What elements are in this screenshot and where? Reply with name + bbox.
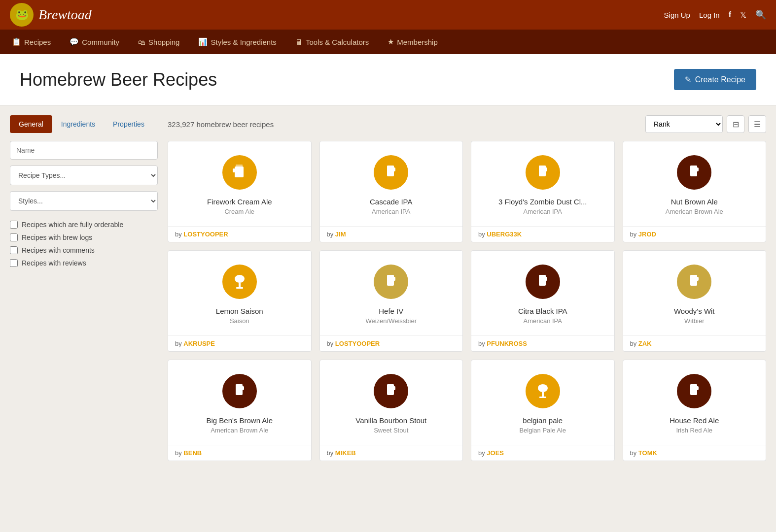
- name-input[interactable]: [10, 141, 158, 160]
- shopping-icon: 🛍: [138, 38, 145, 46]
- beer-icon: [677, 374, 711, 408]
- tab-properties[interactable]: Properties: [104, 115, 153, 133]
- nav-recipes[interactable]: 📋 Recipes: [10, 30, 53, 54]
- card-footer: by JIM: [320, 226, 463, 242]
- twitter-icon[interactable]: 𝕏: [740, 10, 746, 20]
- card-style: American Brown Ale: [630, 208, 759, 215]
- beer-icon: [222, 374, 257, 408]
- recipe-card[interactable]: 3 Floyd's Zombie Dust Cl... American IPA…: [471, 141, 615, 242]
- author-link[interactable]: AKRUSPE: [183, 340, 215, 347]
- card-name: Big Ben's Brown Ale: [175, 416, 304, 425]
- nav-styles[interactable]: 📊 Styles & Ingredients: [196, 30, 278, 54]
- card-name: House Red Ale: [630, 416, 759, 425]
- author-link[interactable]: ZAK: [638, 340, 652, 347]
- search-icon[interactable]: 🔍: [755, 9, 766, 20]
- recipe-card[interactable]: Firework Cream Ale Cream Ale by LOSTYOOP…: [168, 141, 312, 242]
- recipe-card[interactable]: Lemon Saison Saison by AKRUSPE: [168, 250, 312, 352]
- svg-rect-31: [542, 392, 544, 397]
- checkbox-comments-input[interactable]: [10, 246, 18, 254]
- card-body: Firework Cream Ale Cream Ale: [168, 198, 311, 226]
- svg-point-12: [235, 275, 245, 283]
- card-name: Vanilla Bourbon Stout: [327, 416, 456, 425]
- tab-general[interactable]: General: [10, 115, 52, 133]
- card-icon-area: [471, 141, 614, 198]
- nav-community[interactable]: 💬 Community: [68, 30, 121, 54]
- beer-icon: [526, 265, 560, 299]
- filter-icon-button[interactable]: ⊟: [727, 115, 744, 133]
- styles-select[interactable]: Styles...: [10, 191, 158, 211]
- beer-icon: [526, 155, 560, 190]
- author-link[interactable]: BENB: [183, 449, 202, 457]
- tab-ingredients[interactable]: Ingredients: [52, 115, 104, 133]
- facebook-icon[interactable]: f: [729, 10, 731, 19]
- nav-membership[interactable]: ★ Membership: [386, 30, 440, 54]
- svg-rect-11: [690, 166, 697, 168]
- author-link[interactable]: LOSTYOOPER: [335, 340, 380, 347]
- card-body: Vanilla Bourbon Stout Sweet Stout: [320, 416, 463, 445]
- recipe-card[interactable]: Nut Brown Ale American Brown Ale by JROD: [623, 141, 767, 242]
- svg-rect-2: [236, 165, 243, 167]
- author-link[interactable]: MIKEB: [335, 449, 356, 457]
- svg-rect-14: [236, 287, 243, 289]
- recipe-area: 323,927 homebrew beer recipes Rank Newes…: [168, 115, 766, 461]
- author-link[interactable]: TOMK: [638, 449, 657, 457]
- card-body: Woody's Wit Witbier: [623, 307, 766, 335]
- checkbox-reviews[interactable]: Recipes with reviews: [10, 259, 158, 267]
- recipe-types-select[interactable]: Recipe Types...: [10, 166, 158, 185]
- author-link[interactable]: JOES: [487, 449, 504, 457]
- checkbox-comments[interactable]: Recipes with comments: [10, 246, 158, 254]
- logo-text: Brewtoad: [38, 7, 92, 23]
- main-nav: 📋 Recipes 💬 Community 🛍 Shopping 📊 Style…: [0, 30, 776, 54]
- author-link[interactable]: JIM: [335, 231, 346, 238]
- tools-icon: 🖩: [295, 38, 303, 46]
- recipe-card[interactable]: Big Ben's Brown Ale American Brown Ale b…: [168, 360, 312, 461]
- author-link[interactable]: LOSTYOOPER: [183, 231, 228, 238]
- main-content: General Ingredients Properties Recipe Ty…: [0, 105, 776, 471]
- card-style: American IPA: [478, 317, 607, 325]
- checkbox-brewlogs[interactable]: Recipes with brew logs: [10, 233, 158, 241]
- svg-rect-29: [387, 384, 394, 387]
- beer-icon: [374, 155, 408, 190]
- sort-select[interactable]: Rank Newest Most Viewed Most Commented: [645, 115, 723, 133]
- card-footer: by PFUNKROSS: [471, 335, 614, 351]
- card-footer: by LOSTYOOPER: [320, 335, 463, 351]
- recipe-card[interactable]: belgian pale Belgian Pale Ale by JOES: [471, 360, 615, 461]
- recipe-card[interactable]: House Red Ale Irish Red Ale by TOMK: [623, 360, 767, 461]
- recipe-card[interactable]: Cascade IPA American IPA by JIM: [319, 141, 463, 242]
- nav-tools[interactable]: 🖩 Tools & Calculators: [293, 30, 371, 54]
- card-style: American IPA: [478, 208, 607, 215]
- checkbox-orderable[interactable]: Recipes which are fully orderable: [10, 221, 158, 229]
- checkbox-reviews-input[interactable]: [10, 259, 18, 267]
- card-footer: by BENB: [168, 445, 311, 461]
- create-recipe-button[interactable]: ✎ Create Recipe: [674, 69, 756, 90]
- card-icon-area: [623, 141, 766, 198]
- login-link[interactable]: Log In: [699, 11, 720, 19]
- create-icon: ✎: [685, 75, 691, 84]
- checkbox-orderable-input[interactable]: [10, 221, 18, 229]
- author-link[interactable]: PFUNKROSS: [487, 340, 527, 347]
- svg-rect-8: [539, 166, 546, 168]
- beer-icon: [222, 265, 257, 299]
- recipe-card[interactable]: Woody's Wit Witbier by ZAK: [623, 250, 767, 352]
- top-bar: 🐸 Brewtoad Sign Up Log In f 𝕏 🔍: [0, 0, 776, 30]
- author-link[interactable]: JROD: [638, 231, 656, 238]
- recipe-card[interactable]: Vanilla Bourbon Stout Sweet Stout by MIK…: [319, 360, 463, 461]
- card-body: House Red Ale Irish Red Ale: [623, 416, 766, 445]
- beer-icon: [677, 155, 711, 190]
- card-icon-area: [168, 141, 311, 198]
- signup-link[interactable]: Sign Up: [664, 11, 690, 19]
- card-style: Sweet Stout: [327, 427, 456, 434]
- card-footer: by JROD: [623, 226, 766, 242]
- checkbox-brewlogs-input[interactable]: [10, 233, 18, 241]
- nav-shopping[interactable]: 🛍 Shopping: [136, 30, 181, 54]
- recipe-card[interactable]: Citra Black IPA American IPA by PFUNKROS…: [471, 250, 615, 352]
- list-view-button[interactable]: ☰: [748, 115, 766, 133]
- card-icon-area: [623, 251, 766, 307]
- recipe-card[interactable]: Hefe IV Weizen/Weissbier by LOSTYOOPER: [319, 250, 463, 352]
- svg-rect-0: [235, 166, 244, 177]
- card-icon-area: [471, 251, 614, 307]
- sidebar: General Ingredients Properties Recipe Ty…: [10, 115, 158, 461]
- card-body: Citra Black IPA American IPA: [471, 307, 614, 335]
- sort-controls: Rank Newest Most Viewed Most Commented ⊟…: [645, 115, 766, 133]
- author-link[interactable]: UBERG33K: [487, 231, 522, 238]
